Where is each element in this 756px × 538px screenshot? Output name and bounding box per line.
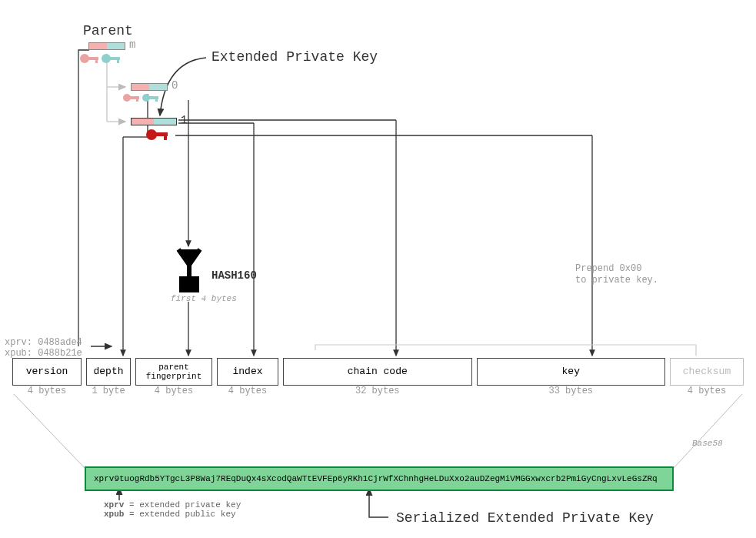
hash160-label: HASH160 xyxy=(211,269,257,282)
fields-row: version 4 bytes depth 1 byte parent fing… xyxy=(12,358,744,396)
svg-point-31 xyxy=(146,129,157,140)
hash160-sub: first 4 bytes xyxy=(171,294,237,303)
prepend-note-1: Prepend 0x00 xyxy=(575,263,641,274)
svg-rect-33 xyxy=(164,132,167,140)
bytes-checksum: 4 bytes xyxy=(670,386,744,396)
legend-xpub-def: = extended public key xyxy=(124,510,235,519)
child0-label: 0 xyxy=(172,79,178,92)
bytes-key: 33 bytes xyxy=(477,386,666,396)
svg-rect-27 xyxy=(136,96,138,102)
prepend-note-2: to private key. xyxy=(575,275,658,286)
legend-xprv-def: = extended private key xyxy=(124,500,241,510)
key-icon-priv-faded xyxy=(78,48,100,65)
field-key: key xyxy=(477,358,666,386)
field-index: index xyxy=(217,358,278,386)
svg-rect-30 xyxy=(155,96,158,102)
key-icon-priv-0 xyxy=(122,89,142,104)
field-chaincode: chain code xyxy=(283,358,472,386)
m-label: m xyxy=(129,38,135,51)
field-checksum: checksum xyxy=(670,358,744,386)
child1-label: 1 xyxy=(181,114,187,126)
svg-rect-21 xyxy=(95,57,98,63)
key-icon-pub-0 xyxy=(141,89,161,104)
xpub-prefix: xpub: 0488b21e xyxy=(5,348,82,359)
field-version: version xyxy=(12,358,82,386)
svg-point-25 xyxy=(123,94,131,102)
xprv-prefix: xprv: 0488ade4 xyxy=(5,337,82,348)
svg-point-28 xyxy=(142,94,150,102)
serialized-label: Serialized Extended Private Key xyxy=(396,510,654,526)
field-fingerprint: parent fingerprint xyxy=(135,358,212,386)
bytes-depth: 1 byte xyxy=(86,386,131,396)
legend: xprv = extended private key xpub = exten… xyxy=(104,500,241,519)
svg-line-16 xyxy=(14,394,85,468)
hash160-icon xyxy=(171,248,208,296)
key-icon-priv-1 xyxy=(145,123,171,143)
parent-label: Parent xyxy=(83,23,133,38)
bytes-index: 4 bytes xyxy=(217,386,278,396)
legend-xpub: xpub xyxy=(104,510,124,519)
svg-rect-34 xyxy=(182,277,197,291)
key-icon-pub-faded xyxy=(100,48,122,65)
bytes-version: 4 bytes xyxy=(12,386,82,396)
serialized-key-box: xprv9tuogRdb5YTgcL3P8Waj7REqDuQx4sXcodQa… xyxy=(85,466,674,491)
bytes-chaincode: 32 bytes xyxy=(283,386,472,396)
field-depth: depth xyxy=(86,358,131,386)
connector-lines xyxy=(0,0,756,538)
base58-label: Base58 xyxy=(692,439,723,448)
bytes-fingerprint: 4 bytes xyxy=(135,386,212,396)
legend-xprv: xprv xyxy=(104,500,124,510)
svg-line-17 xyxy=(674,394,742,468)
extended-priv-label: Extended Private Key xyxy=(211,49,378,65)
svg-rect-24 xyxy=(117,57,119,63)
